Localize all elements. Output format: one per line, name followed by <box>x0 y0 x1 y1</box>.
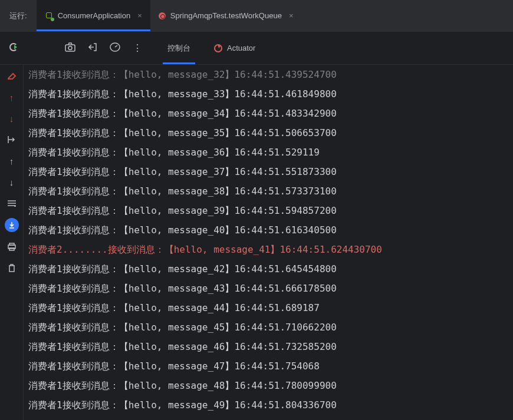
delete-button[interactable] <box>5 262 19 275</box>
svg-rect-5 <box>9 248 14 250</box>
exit-icon <box>88 42 97 52</box>
print-icon <box>7 243 17 251</box>
console-line: 消费者1接收到消息：【hello, message_32】16:44:51.43… <box>28 65 513 84</box>
console-line: 消费者2........接收到消息：【hello, message_41】16:… <box>28 240 513 259</box>
camera-button[interactable] <box>64 42 77 54</box>
console-line: 消费者1接收到消息：【hello, message_47】16:44:51.75… <box>28 356 513 376</box>
console-line: 消费者1接收到消息：【hello, message_39】16:44:51.59… <box>28 201 513 220</box>
body-area: ↑ ↓ ↑ ↓ 消费者1接收到消息：【hello, message_32】16:… <box>0 65 513 420</box>
tab-consumer-application[interactable]: ConsumerApplication × <box>37 0 150 31</box>
close-icon[interactable]: × <box>137 11 142 20</box>
running-label: 运行: <box>0 0 37 31</box>
up-stack-button[interactable]: ↑ <box>5 91 19 104</box>
console-line: 消费者1接收到消息：【hello, message_40】16:44:51.61… <box>28 220 513 240</box>
console-line: 消费者1接收到消息：【hello, message_48】16:44:51.78… <box>28 376 513 395</box>
console-line: 消费者1接收到消息：【hello, message_46】16:44:51.73… <box>28 337 513 356</box>
console-line: 消费者1接收到消息：【hello, message_37】16:44:51.55… <box>28 162 513 181</box>
scroll-end-icon <box>8 221 16 229</box>
more-actions-button[interactable] <box>131 42 144 54</box>
tab-spring-amqp-test[interactable]: SpringAmqpTest.testWorkQueue × <box>150 0 302 31</box>
clear-all-button[interactable] <box>5 70 19 82</box>
exit-button[interactable] <box>86 42 99 54</box>
top-tab-bar: 运行: ConsumerApplication × SpringAmqpTest… <box>0 0 513 32</box>
soft-wrap-button[interactable] <box>5 133 19 146</box>
toolstrip-left <box>0 32 151 64</box>
console-line: 消费者1接收到消息：【hello, message_42】16:44:51.64… <box>28 259 513 279</box>
svg-rect-0 <box>65 45 75 51</box>
dashboard-icon <box>110 42 120 52</box>
camera-icon <box>65 42 75 52</box>
console-line: 消费者1接收到消息：【hello, message_38】16:44:51.57… <box>28 181 513 201</box>
sub-tab-label: 控制台 <box>167 43 190 54</box>
rerun-icon <box>9 42 18 52</box>
tab-label: SpringAmqpTest.testWorkQueue <box>170 11 282 20</box>
scroll-to-end-button[interactable] <box>5 218 19 232</box>
console-line: 消费者1接收到消息：【hello, message_34】16:44:51.48… <box>28 104 513 123</box>
toolstrip: 控制台 Actuator <box>0 32 513 65</box>
console-line: 消费者1接收到消息：【hello, message_43】16:44:51.66… <box>28 279 513 298</box>
dashboard-button[interactable] <box>108 42 121 54</box>
console-line: 消费者1接收到消息：【hello, message_49】16:44:51.80… <box>28 395 513 415</box>
scroll-up-button[interactable]: ↑ <box>5 154 19 167</box>
tab-label: ConsumerApplication <box>58 11 131 20</box>
console-line: 消费者1接收到消息：【hello, message_36】16:44:51.52… <box>28 143 513 162</box>
test-icon <box>159 12 166 19</box>
spring-boot-icon <box>45 12 53 20</box>
console-line: 消费者1接收到消息：【hello, message_44】16:44:51.68… <box>28 298 513 318</box>
console-line: 消费者1接收到消息：【hello, message_35】16:44:51.50… <box>28 123 513 143</box>
console-line: 消费者1接收到消息：【hello, message_45】16:44:51.71… <box>28 318 513 337</box>
left-gutter: ↑ ↓ ↑ ↓ <box>0 65 24 420</box>
print-button[interactable] <box>5 240 19 253</box>
svg-point-1 <box>68 46 72 49</box>
sub-tab-console[interactable]: 控制台 <box>156 32 202 64</box>
svg-rect-4 <box>9 243 14 245</box>
soft-wrap-icon <box>7 135 17 144</box>
down-stack-button[interactable]: ↓ <box>5 112 19 125</box>
console-line: 消费者1接收到消息：【hello, message_33】16:44:51.46… <box>28 84 513 104</box>
sub-tab-label: Actuator <box>227 44 255 52</box>
scroll-down-button[interactable]: ↓ <box>5 176 19 188</box>
eraser-icon <box>7 72 17 80</box>
rerun-button[interactable] <box>7 42 20 54</box>
sub-tabs: 控制台 Actuator <box>156 32 267 64</box>
close-icon[interactable]: × <box>289 11 294 20</box>
trash-icon <box>8 263 16 273</box>
console-output[interactable]: 消费者1接收到消息：【hello, message_32】16:44:51.43… <box>24 65 513 420</box>
tree-icon <box>7 200 17 207</box>
sub-tab-actuator[interactable]: Actuator <box>202 32 267 64</box>
actuator-icon <box>214 44 222 52</box>
toggle-tree-button[interactable] <box>5 197 19 210</box>
